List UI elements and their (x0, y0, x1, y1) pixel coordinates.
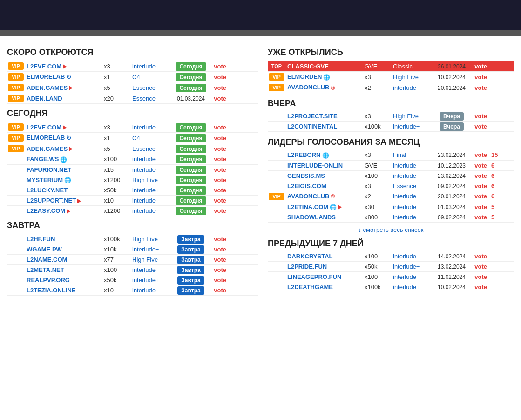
vote-button[interactable]: vote (473, 183, 487, 190)
server-date: Завтра (172, 256, 210, 263)
server-name[interactable]: ELMORELAB↻ (27, 134, 101, 142)
server-name[interactable]: GENESIS.MS (287, 172, 362, 179)
server-name[interactable]: L2META.NET (27, 266, 101, 273)
vote-button[interactable]: vote (212, 124, 226, 131)
globe-icon: 🌐 (322, 152, 329, 159)
server-name[interactable]: ELMORELAB↻ (27, 73, 101, 81)
server-name[interactable]: ADEN.GAMES (27, 84, 101, 91)
server-name[interactable]: INTERLUDE-ONLIN (287, 162, 362, 169)
server-name[interactable]: L2EVE.COM (27, 63, 101, 70)
server-name[interactable]: L2REBORN🌐 (287, 151, 362, 159)
vote-button[interactable]: vote (473, 203, 487, 210)
vote-button[interactable]: vote (212, 207, 226, 214)
server-name[interactable]: L2DEATHGAME (287, 284, 362, 291)
server-name[interactable]: L2TEZIA.ONLINE (27, 287, 101, 294)
vote-button[interactable]: vote (212, 74, 226, 81)
vote-button[interactable]: vote (473, 151, 487, 158)
vote-button[interactable]: vote (473, 162, 487, 169)
vip-badge: VIP (269, 84, 284, 91)
server-chronicle: C4 (132, 135, 169, 142)
server-chronicle: interlude (393, 84, 430, 91)
vote-button[interactable]: vote (212, 187, 226, 194)
vote-button[interactable]: vote (473, 253, 487, 260)
server-rate: x100 (365, 253, 390, 260)
server-date: Сегодня (172, 187, 210, 194)
server-chronicle: interlude (132, 207, 169, 214)
vote-button[interactable]: vote (212, 236, 226, 243)
server-name[interactable]: L2EASY.COM (27, 207, 101, 214)
vote-button[interactable]: vote (212, 135, 226, 142)
vote-button[interactable]: vote (212, 197, 226, 204)
server-date: Завтра (172, 277, 210, 284)
vote-button[interactable]: vote (473, 172, 487, 179)
play-icon (330, 64, 334, 69)
server-name[interactable]: FANGE.WS🌐 (27, 156, 101, 163)
server-rate: x15 (104, 166, 129, 173)
globe-icon: 🌐 (330, 204, 337, 210)
section-title-leaders: ЛИДЕРЫ ГОЛОСОВАНИЯ ЗА МЕСЯЦ (268, 137, 514, 147)
server-name[interactable]: ELMORDEN🌐 (287, 73, 362, 81)
vote-button[interactable]: vote (473, 284, 487, 291)
vote-button[interactable]: vote (473, 123, 487, 130)
server-row: L2HF.FUN x100k High Five Завтра vote (7, 234, 258, 244)
right-column: УЖЕ ОТКРЫЛИСЬ TOP CLASSIC-GVE GVE Classi… (268, 43, 514, 296)
vote-button[interactable]: vote (212, 176, 226, 183)
server-name[interactable]: L2PROJECT.SITE (287, 113, 362, 120)
vote-button[interactable]: vote (473, 214, 487, 221)
section-title-tomorrow: ЗАВТРА (7, 221, 258, 230)
play-icon (63, 64, 67, 69)
server-name[interactable]: L2PRIDE.FUN (287, 263, 362, 270)
server-rate: x2 (365, 84, 390, 91)
server-name[interactable]: FAFURION.NET (27, 166, 101, 173)
server-list-open: TOP CLASSIC-GVE GVE Classic 26.01.2024 v… (268, 61, 514, 93)
server-name[interactable]: SHADOWLANDS (287, 214, 362, 221)
vote-button[interactable]: vote (473, 84, 487, 91)
vote-button[interactable]: vote (473, 263, 487, 270)
vote-button[interactable]: vote (212, 95, 226, 102)
vote-button[interactable]: vote (212, 256, 226, 263)
vote-button[interactable]: vote (212, 166, 226, 173)
server-row: VIP AVADONCLUB® x2 interlude 20.01.2024 … (268, 82, 514, 93)
vote-button[interactable]: vote (473, 273, 487, 280)
vote-button[interactable]: vote (473, 63, 487, 70)
server-rate: x10 (104, 197, 129, 204)
server-row: L2CONTINENTAL x100k interlude+ Вчера vot… (268, 122, 514, 132)
server-name[interactable]: MYSTERIUM🌐 (27, 176, 101, 184)
vote-count: 6 (491, 172, 494, 179)
vip-badge: VIP (8, 123, 24, 131)
see-all-link[interactable]: ↓ смотреть весь список (268, 226, 514, 233)
vote-button[interactable]: vote (473, 74, 487, 81)
server-name[interactable]: L2NAME.COM (27, 256, 101, 263)
vote-button[interactable]: vote (212, 287, 226, 294)
server-name[interactable]: L2CONTINENTAL (287, 123, 362, 130)
server-name[interactable]: CLASSIC-GVE (287, 63, 362, 70)
server-name[interactable]: L2LUCKY.NET (27, 187, 101, 194)
vote-button[interactable]: vote (212, 156, 226, 163)
server-name[interactable]: WGAME.PW (27, 246, 101, 253)
vote-button[interactable]: vote (473, 193, 487, 200)
vote-button[interactable]: vote (212, 84, 226, 91)
server-name[interactable]: REALPVP.ORG (27, 277, 101, 284)
vote-button[interactable]: vote (212, 63, 226, 70)
server-name[interactable]: L2ETINA.COM🌐 (287, 203, 362, 211)
server-chronicle: High Five (132, 176, 169, 183)
server-name[interactable]: L2HF.FUN (27, 236, 101, 243)
server-name[interactable]: ADEN.GAMES (27, 145, 101, 152)
server-name[interactable]: L2SUPPORT.NET (27, 197, 101, 204)
vote-button[interactable]: vote (212, 277, 226, 284)
server-name[interactable]: ADEN.LAND (27, 95, 101, 102)
server-date: Вчера (433, 113, 470, 120)
server-name[interactable]: DARKCRYSTAL (287, 253, 362, 260)
server-name[interactable]: L2EIGIS.COM (287, 183, 362, 190)
server-name[interactable]: AVADONCLUB® (287, 193, 362, 200)
server-name[interactable]: LINEAGEPRO.FUN (287, 273, 362, 280)
server-name[interactable]: AVADONCLUB® (287, 84, 362, 91)
vote-button[interactable]: vote (212, 145, 226, 152)
see-all-anchor[interactable]: ↓ смотреть весь список (358, 226, 423, 233)
vote-button[interactable]: vote (212, 246, 226, 253)
server-date: 13.02.2024 (433, 263, 470, 270)
server-name[interactable]: L2EVE.COM (27, 124, 101, 131)
server-row: DARKCRYSTAL x100 interlude 14.02.2024 vo… (268, 251, 514, 262)
vote-button[interactable]: vote (212, 266, 226, 273)
vote-button[interactable]: vote (473, 113, 487, 120)
